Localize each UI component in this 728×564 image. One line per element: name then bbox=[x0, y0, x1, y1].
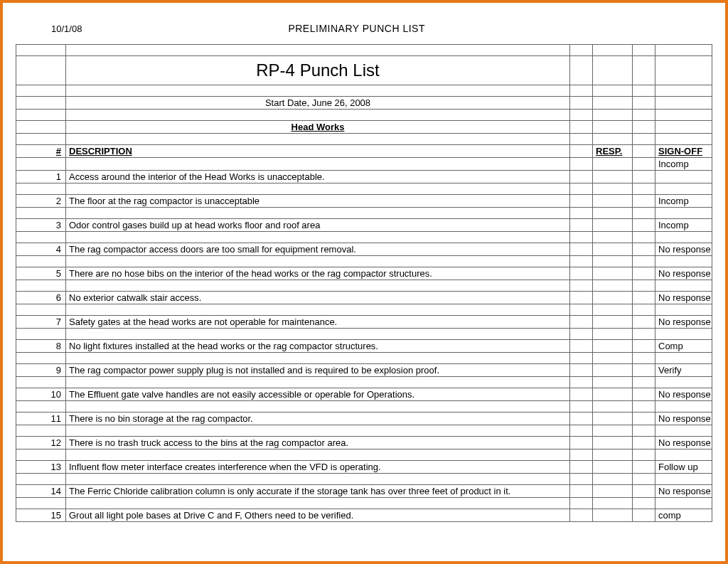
signoff-status: Incomp bbox=[655, 195, 712, 208]
signoff-status: Comp bbox=[655, 340, 712, 353]
start-date: Start Date, June 26, 2008 bbox=[66, 97, 570, 110]
signoff-status: Incomp bbox=[655, 158, 712, 171]
item-description: There is no bin storage at the rag compa… bbox=[66, 413, 570, 425]
item-resp bbox=[593, 219, 633, 232]
item-resp bbox=[593, 171, 633, 183]
item-resp bbox=[593, 267, 633, 280]
item-resp bbox=[593, 364, 633, 377]
signoff-status: No response bbox=[655, 485, 712, 498]
item-resp bbox=[593, 243, 633, 256]
item-description: Odor control gases build up at head work… bbox=[66, 219, 570, 232]
item-description: The Effluent gate valve handles are not … bbox=[66, 388, 570, 401]
print-header: 10/1/08 PRELIMINARY PUNCH LIST bbox=[16, 23, 712, 34]
item-description: There is no trash truck access to the bi… bbox=[66, 437, 570, 449]
item-number: 15 bbox=[16, 509, 66, 522]
item-description: Access around the interior of the Head W… bbox=[66, 171, 570, 183]
signoff-status: Verify bbox=[655, 364, 712, 377]
item-number: 8 bbox=[16, 340, 66, 353]
print-title: PRELIMINARY PUNCH LIST bbox=[82, 23, 702, 34]
item-resp bbox=[593, 195, 633, 208]
section-heading: Head Works bbox=[66, 121, 570, 134]
item-description: The rag compactor power supply plug is n… bbox=[66, 364, 570, 377]
item-resp bbox=[593, 461, 633, 474]
punch-list-table: RP-4 Punch ListStart Date, June 26, 2008… bbox=[16, 44, 712, 522]
signoff-status: Follow up bbox=[655, 461, 712, 474]
col-num-header: # bbox=[16, 145, 66, 158]
item-resp bbox=[593, 413, 633, 425]
item-number: 4 bbox=[16, 243, 66, 256]
signoff-status: No response bbox=[655, 243, 712, 256]
item-description: Influent flow meter interface creates in… bbox=[66, 461, 570, 474]
signoff-status: No response bbox=[655, 388, 712, 401]
item-number: 13 bbox=[16, 461, 66, 474]
item-description: No light fixtures installed at the head … bbox=[66, 340, 570, 353]
item-description: Safety gates at the head works are not o… bbox=[66, 316, 570, 329]
signoff-status: No response bbox=[655, 292, 712, 304]
item-number: 6 bbox=[16, 292, 66, 304]
item-description: No exterior catwalk stair access. bbox=[66, 292, 570, 304]
item-number: 3 bbox=[16, 219, 66, 232]
item-resp bbox=[593, 340, 633, 353]
item-resp bbox=[593, 509, 633, 522]
signoff-status: Incomp bbox=[655, 219, 712, 232]
item-resp bbox=[593, 485, 633, 498]
item-description: Grout all light pole bases at Drive C an… bbox=[66, 509, 570, 522]
item-number: 14 bbox=[16, 485, 66, 498]
item-number: 11 bbox=[16, 413, 66, 425]
item-resp bbox=[593, 388, 633, 401]
item-number: 5 bbox=[16, 267, 66, 280]
doc-title: RP-4 Punch List bbox=[66, 56, 570, 85]
item-number: 2 bbox=[16, 195, 66, 208]
item-description: The floor at the rag compactor is unacce… bbox=[66, 195, 570, 208]
item-number: 12 bbox=[16, 437, 66, 449]
item-description: The rag compactor access doors are too s… bbox=[66, 243, 570, 256]
col-resp-header: RESP. bbox=[593, 145, 633, 158]
signoff-status: No response bbox=[655, 267, 712, 280]
col-desc-header: DESCRIPTION bbox=[66, 145, 570, 158]
item-resp bbox=[593, 316, 633, 329]
signoff-status: No response bbox=[655, 316, 712, 329]
item-number: 9 bbox=[16, 364, 66, 377]
item-resp bbox=[593, 437, 633, 449]
print-date: 10/1/08 bbox=[51, 23, 82, 34]
item-description: The Ferric Chloride calibration column i… bbox=[66, 485, 570, 498]
signoff-status: No response bbox=[655, 437, 712, 449]
item-number: 1 bbox=[16, 171, 66, 183]
signoff-status bbox=[655, 171, 712, 183]
signoff-status: No response bbox=[655, 413, 712, 425]
signoff-status: comp bbox=[655, 509, 712, 522]
item-description: There are no hose bibs on the interior o… bbox=[66, 267, 570, 280]
page-frame: 10/1/08 PRELIMINARY PUNCH LIST RP-4 Punc… bbox=[0, 0, 728, 564]
col-sign-header: SIGN-OFF bbox=[655, 145, 712, 158]
item-number: 7 bbox=[16, 316, 66, 329]
item-number: 10 bbox=[16, 388, 66, 401]
item-resp bbox=[593, 292, 633, 304]
